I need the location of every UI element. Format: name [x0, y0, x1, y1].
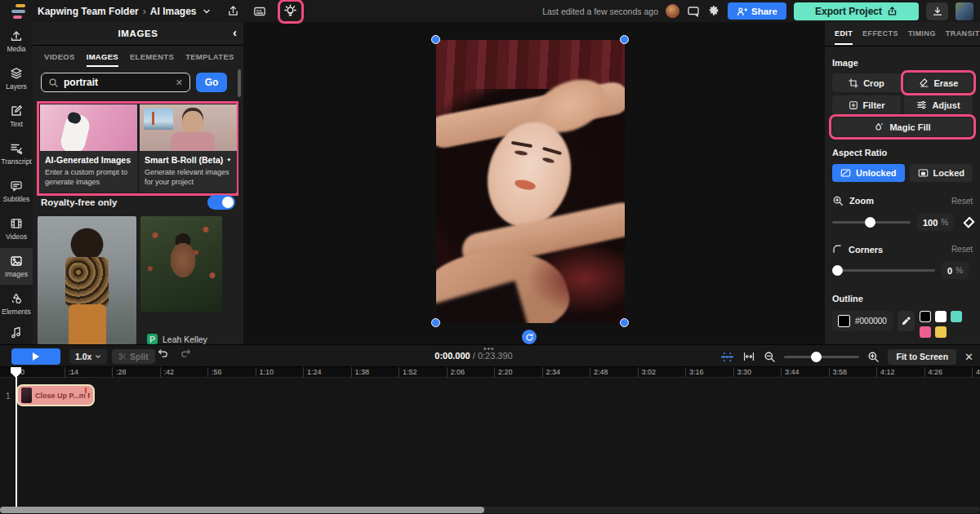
ai-generated-images-card[interactable]: AI-Generated Images Enter a custom promp… [40, 104, 137, 193]
tab-timing[interactable]: TIMING [908, 23, 936, 45]
kapwing-logo[interactable] [10, 3, 29, 20]
attribution-name[interactable]: Leah Kelley [163, 335, 207, 344]
rotate-handle[interactable] [522, 330, 537, 344]
color-swatch[interactable] [951, 311, 962, 322]
eyedropper-icon[interactable] [898, 311, 915, 331]
fit-to-screen-button[interactable]: Fit to Screen [888, 349, 956, 365]
sidebar-item-images[interactable]: Images [0, 248, 33, 285]
comment-icon[interactable] [687, 5, 700, 18]
play-button[interactable] [11, 348, 60, 365]
tab-effects[interactable]: EFFECTS [862, 23, 898, 45]
magic-fill-button[interactable]: Magic Fill [832, 117, 973, 136]
sidebar-item-transcript[interactable]: Transcript [0, 135, 33, 172]
stock-image-result-2[interactable] [140, 216, 222, 312]
smart-broll-card[interactable]: Smart B-Roll (Beta) Generate relevant im… [140, 104, 237, 193]
lightbulb-icon[interactable] [281, 2, 301, 20]
undo-button[interactable] [157, 348, 169, 359]
selection-handle-bottom-right[interactable] [620, 318, 629, 327]
tab-edit[interactable]: EDIT [835, 23, 853, 45]
panel-scrollbar[interactable] [238, 69, 241, 97]
zoom-slider-knob[interactable] [865, 217, 875, 228]
sidebar-item-audio[interactable] [0, 323, 33, 341]
search-box[interactable]: ✕ [41, 73, 190, 92]
share-button[interactable]: Share [728, 2, 786, 20]
search-input[interactable] [64, 77, 171, 88]
canvas-image[interactable] [436, 40, 625, 323]
snapping-icon[interactable] [720, 351, 734, 363]
redo-button[interactable] [180, 348, 192, 359]
erase-button[interactable]: Erase [904, 73, 973, 92]
chevron-down-icon [95, 353, 101, 360]
royalty-free-toggle[interactable] [207, 195, 235, 210]
upload-icon[interactable] [224, 2, 243, 20]
zoom-unit: % [941, 218, 948, 227]
zoom-reset[interactable]: Reset [951, 197, 973, 206]
user-avatar[interactable] [956, 2, 973, 20]
ruler-tick: 2:34 [542, 367, 561, 378]
clip-label: Close Up P...m Mak [35, 392, 90, 400]
breadcrumb[interactable]: Kapwing Team Folder › AI Images [38, 6, 211, 17]
corners-value-box[interactable]: 0 % [942, 262, 969, 279]
corners-slider-knob[interactable] [832, 265, 843, 276]
filter-button[interactable]: Filter [832, 95, 901, 114]
magic-fill-icon [874, 122, 884, 132]
breadcrumb-folder[interactable]: Kapwing Team Folder [38, 6, 139, 17]
selection-handle-top-left[interactable] [431, 35, 440, 44]
clear-search-icon[interactable]: ✕ [176, 78, 183, 88]
export-project-button[interactable]: Export Project [794, 2, 919, 20]
sidebar-item-layers[interactable]: Layers [0, 60, 33, 97]
zoom-value-box[interactable]: 100 % [917, 214, 954, 231]
collapse-panel-icon[interactable]: ‹ [233, 26, 237, 39]
crop-button[interactable]: Crop [832, 73, 901, 92]
settings-gear-icon[interactable] [707, 5, 720, 18]
current-time: 0:00.000 [434, 351, 470, 361]
sidebar-item-elements[interactable]: Elements [0, 286, 33, 322]
locked-button[interactable]: Locked [910, 164, 973, 182]
breadcrumb-project[interactable]: AI Images [150, 6, 197, 17]
timeline-clip[interactable]: Close Up P...m Mak [16, 384, 95, 406]
corners-reset[interactable]: Reset [951, 245, 973, 254]
tab-elements[interactable]: ELEMENTS [130, 47, 174, 67]
editor-canvas[interactable] [243, 22, 825, 344]
stock-image-result-1[interactable] [38, 216, 136, 344]
go-button[interactable]: Go [196, 73, 227, 92]
unlocked-button[interactable]: Unlocked [832, 164, 905, 182]
ruler-tick: :28 [112, 367, 127, 378]
playback-speed-dropdown[interactable]: 1.0x [69, 349, 107, 364]
adjust-button[interactable]: Adjust [904, 95, 973, 114]
playback-bar: ••• 1.0x Split 0:00.000 / 0:23.390 [0, 344, 980, 367]
selection-handle-bottom-left[interactable] [431, 318, 440, 327]
sidebar-item-subtitles[interactable]: Subtitles [0, 173, 33, 210]
color-swatch[interactable] [920, 311, 931, 322]
timeline-ruler[interactable]: 0:14:28:42:561:101:241:381:522:062:202:3… [0, 367, 980, 378]
split-button[interactable]: Split [112, 349, 155, 364]
timeline-scrollbar-thumb[interactable] [0, 507, 484, 513]
timeline[interactable]: 0:14:28:42:561:101:241:381:522:062:202:3… [0, 367, 980, 514]
outline-color-preview [838, 315, 850, 327]
close-timeline-icon[interactable]: ✕ [964, 351, 973, 363]
tab-images[interactable]: IMAGES [87, 47, 118, 67]
outline-color-picker[interactable]: #000000 [832, 311, 893, 331]
fit-timeline-icon[interactable] [742, 351, 755, 362]
collaborator-avatar[interactable] [666, 4, 679, 18]
color-swatch[interactable] [935, 326, 947, 338]
captions-icon[interactable] [250, 2, 270, 20]
zoom-out-icon[interactable] [764, 351, 776, 363]
tab-videos[interactable]: VIDEOS [44, 47, 75, 67]
sidebar-item-videos[interactable]: Videos [0, 210, 33, 247]
selection-handle-top-right[interactable] [620, 35, 629, 44]
timeline-zoom-knob[interactable] [811, 352, 822, 362]
tab-transitions[interactable]: TRANSITIONS [946, 23, 980, 45]
sidebar-item-media[interactable]: Media [0, 23, 33, 60]
color-swatch[interactable] [935, 311, 947, 322]
zoom-slider[interactable] [832, 221, 911, 224]
corners-slider[interactable] [832, 269, 935, 272]
sidebar-item-text[interactable]: Text [0, 98, 33, 135]
ruler-tick: 3:16 [685, 367, 704, 378]
color-swatch[interactable] [920, 326, 931, 338]
download-button[interactable] [926, 2, 948, 20]
tab-templates[interactable]: TEMPLATES [185, 47, 234, 67]
zoom-in-icon[interactable] [867, 351, 880, 363]
diamond-icon[interactable] [964, 217, 975, 228]
timeline-zoom-slider[interactable] [784, 356, 859, 358]
